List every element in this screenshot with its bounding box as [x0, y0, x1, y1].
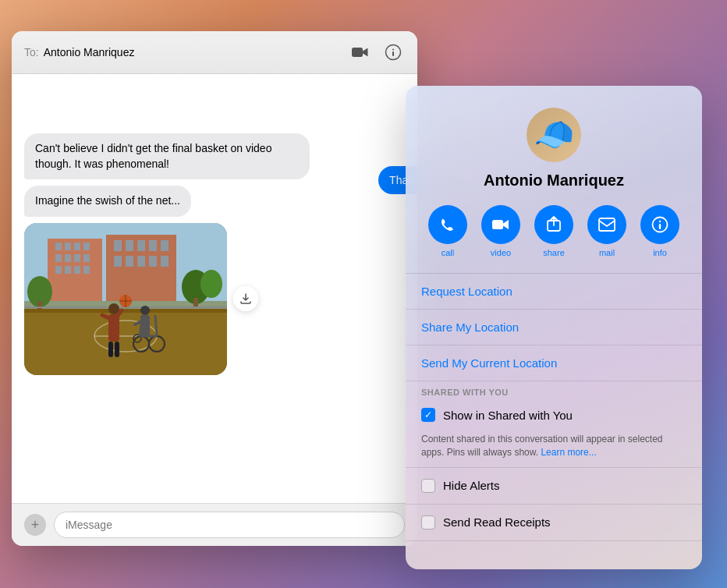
messages-window: To: Antonio Manriquez Than — [12, 31, 417, 546]
svg-rect-10 — [55, 254, 62, 262]
video-icon-circle — [481, 205, 520, 244]
message-input-bar: + — [12, 503, 417, 546]
svg-rect-16 — [74, 266, 80, 274]
svg-rect-9 — [83, 243, 90, 250]
svg-rect-27 — [149, 256, 157, 267]
svg-point-33 — [200, 270, 222, 298]
image-save-button[interactable] — [233, 286, 258, 311]
contact-avatar: 🧢 — [527, 108, 581, 162]
svg-line-55 — [155, 315, 157, 336]
svg-rect-59 — [599, 218, 615, 231]
svg-rect-7 — [65, 243, 71, 250]
svg-rect-13 — [83, 254, 90, 262]
received-message-2: Imagine the swish of the net... — [24, 186, 191, 217]
show-in-shared-checkbox-row[interactable]: ✓ Show in Shared with You — [406, 400, 702, 430]
svg-rect-32 — [193, 298, 198, 307]
hide-alerts-checkbox[interactable] — [421, 479, 435, 493]
svg-rect-15 — [65, 266, 71, 274]
svg-rect-34 — [24, 309, 227, 375]
svg-rect-11 — [65, 254, 71, 262]
svg-rect-12 — [74, 254, 80, 262]
send-read-receipts-checkbox[interactable] — [421, 515, 435, 530]
received-message-1: Can't believe I didn't get the final bas… — [24, 133, 310, 179]
header-icons — [349, 41, 405, 64]
mail-icon-circle — [587, 205, 626, 244]
plus-icon: + — [31, 517, 40, 533]
svg-rect-21 — [137, 240, 145, 251]
shared-with-you-description: Content shared in this conversation will… — [406, 430, 702, 468]
share-label: share — [543, 248, 565, 257]
mail-label: mail — [599, 248, 615, 257]
mail-action-button[interactable]: mail — [587, 205, 626, 257]
svg-rect-14 — [55, 266, 62, 274]
svg-rect-62 — [659, 224, 661, 229]
send-read-receipts-label: Send Read Receipts — [443, 515, 551, 529]
header-contact-name: Antonio Manriquez — [44, 46, 135, 58]
svg-rect-20 — [126, 240, 133, 251]
svg-rect-28 — [161, 256, 168, 267]
info-button[interactable] — [381, 41, 405, 64]
contact-detail-panel: 🧢 Antonio Manriquez call video — [406, 86, 702, 569]
header-left: To: Antonio Manriquez — [24, 46, 134, 58]
svg-rect-43 — [108, 342, 113, 357]
show-in-shared-checkbox[interactable]: ✓ — [421, 408, 435, 422]
call-icon-circle — [428, 205, 467, 244]
shared-with-you-section-label: SHARED WITH YOU — [406, 381, 702, 400]
info-icon-circle — [640, 205, 679, 244]
svg-rect-17 — [83, 266, 90, 274]
send-read-receipts-row[interactable]: Send Read Receipts — [406, 505, 702, 541]
svg-rect-6 — [55, 243, 62, 250]
svg-rect-19 — [114, 240, 122, 251]
svg-rect-8 — [74, 243, 80, 250]
action-buttons-row: call video share — [406, 205, 702, 273]
svg-rect-44 — [115, 342, 119, 357]
svg-rect-22 — [149, 240, 157, 251]
contact-header: 🧢 Antonio Manriquez — [406, 86, 702, 205]
svg-rect-3 — [392, 51, 394, 56]
hide-alerts-row[interactable]: Hide Alerts — [406, 468, 702, 505]
share-icon-circle — [534, 205, 573, 244]
message-input[interactable] — [54, 512, 405, 538]
learn-more-link[interactable]: Learn more... — [541, 447, 596, 458]
hide-alerts-label: Hide Alerts — [443, 479, 500, 492]
contact-panel-name: Antonio Manriquez — [484, 172, 624, 190]
send-current-location-item[interactable]: Send My Current Location — [406, 345, 702, 381]
call-label: call — [442, 248, 455, 257]
svg-point-2 — [392, 49, 394, 51]
svg-rect-25 — [126, 256, 133, 267]
svg-rect-0 — [352, 48, 363, 57]
svg-point-61 — [659, 221, 661, 222]
video-action-button[interactable]: video — [481, 205, 520, 257]
to-label: To: — [24, 46, 39, 58]
image-message — [24, 223, 227, 375]
messages-header: To: Antonio Manriquez — [12, 31, 417, 74]
share-my-location-item[interactable]: Share My Location — [406, 310, 702, 345]
add-button[interactable]: + — [24, 514, 46, 536]
video-call-button[interactable] — [349, 41, 372, 64]
svg-rect-26 — [137, 256, 145, 267]
basketball-image — [24, 223, 227, 375]
info-action-button[interactable]: info — [640, 205, 679, 257]
share-action-button[interactable]: share — [534, 205, 573, 257]
call-action-button[interactable]: call — [428, 205, 467, 257]
messages-body: Than Can't believe I didn't get the fina… — [12, 74, 417, 503]
svg-point-48 — [140, 306, 150, 315]
show-in-shared-label: Show in Shared with You — [443, 409, 573, 422]
svg-rect-24 — [114, 256, 122, 267]
video-label: video — [491, 248, 511, 257]
request-location-item[interactable]: Request Location — [406, 274, 702, 310]
svg-rect-35 — [24, 309, 227, 313]
info-label: info — [653, 248, 667, 257]
svg-rect-23 — [161, 240, 168, 251]
svg-rect-57 — [492, 220, 503, 229]
